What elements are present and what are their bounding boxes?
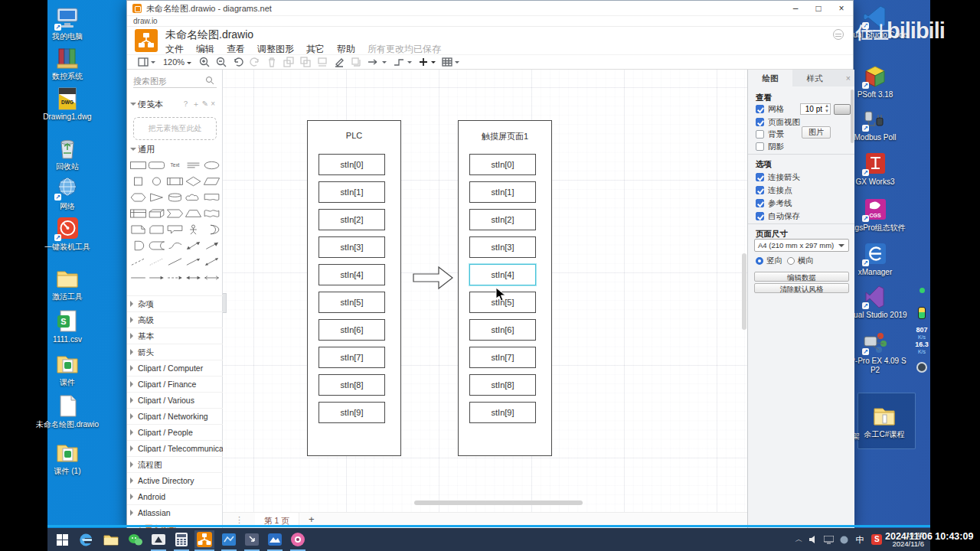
shape-tape[interactable] bbox=[203, 206, 220, 221]
to-front-button[interactable] bbox=[283, 55, 294, 69]
shape-cube[interactable] bbox=[148, 206, 165, 221]
horizontal-scrollbar[interactable] bbox=[414, 500, 583, 505]
taskbar-bluestacks-icon[interactable] bbox=[265, 530, 285, 549]
taskbar-recorder-icon[interactable] bbox=[149, 530, 168, 549]
category-clipart-networking[interactable]: Clipart / Networking bbox=[127, 408, 223, 424]
shape-dashed-line[interactable] bbox=[129, 254, 147, 269]
to-back-button[interactable] bbox=[300, 55, 311, 69]
hmi-item[interactable]: stIn[1] bbox=[469, 181, 536, 203]
connection-style-button[interactable] bbox=[368, 55, 387, 69]
shape-arrow[interactable] bbox=[203, 238, 220, 253]
general-section-header[interactable]: 通用 bbox=[127, 143, 222, 155]
page-view-checkbox[interactable] bbox=[756, 118, 764, 126]
page-view-toggle[interactable]: 页面视图 bbox=[756, 117, 800, 128]
shape-double-arrow[interactable] bbox=[185, 270, 202, 285]
taskbar-explorer-icon[interactable] bbox=[101, 530, 121, 549]
plc-item[interactable]: stIn[5] bbox=[318, 292, 385, 313]
shape-or[interactable] bbox=[203, 222, 220, 237]
shape-rectangle[interactable] bbox=[129, 158, 147, 173]
shape-step[interactable] bbox=[166, 206, 184, 221]
shape-line[interactable] bbox=[166, 254, 184, 269]
zoom-level-dropdown[interactable]: 120% bbox=[163, 57, 191, 67]
hmi-item[interactable]: stIn[7] bbox=[469, 347, 536, 368]
format-panel-scrollbar[interactable] bbox=[851, 90, 854, 143]
background-image-button[interactable]: 图片 bbox=[802, 126, 831, 139]
arrow-shape[interactable] bbox=[413, 266, 454, 290]
plc-item[interactable]: stIn[9] bbox=[318, 402, 385, 423]
shape-ellipse[interactable] bbox=[203, 158, 220, 173]
sogou-input-icon[interactable]: S bbox=[871, 534, 882, 545]
grid-checkbox[interactable] bbox=[756, 105, 764, 113]
taskbar-remote-icon[interactable] bbox=[242, 530, 262, 549]
taskbar-mcgs-icon[interactable] bbox=[219, 530, 239, 549]
connection-arrows-toggle[interactable]: 连接箭头 bbox=[756, 172, 800, 183]
scratchpad-header[interactable]: 便笺本 ？＋✎× bbox=[127, 97, 222, 111]
shadow-checkbox[interactable] bbox=[756, 142, 764, 151]
taskbar-wechat-icon[interactable] bbox=[126, 530, 145, 549]
shape-dotted-line[interactable] bbox=[148, 254, 165, 269]
minimize-button[interactable]: – bbox=[784, 1, 807, 16]
shape-circle[interactable] bbox=[148, 174, 165, 189]
grid-color-swatch[interactable] bbox=[834, 104, 851, 115]
tray-app-icon[interactable] bbox=[840, 536, 848, 544]
desktop-icon-dwg[interactable]: DWG Drawing1.dwg bbox=[31, 86, 104, 122]
category-arrows[interactable]: 箭头 bbox=[127, 344, 223, 360]
grid-size-stepper[interactable]: ▲▼ bbox=[824, 103, 830, 115]
scratchpad-dropzone[interactable]: 把元素拖至此处 bbox=[133, 117, 217, 140]
shape-internal-storage[interactable] bbox=[129, 206, 147, 221]
shape-data-storage[interactable] bbox=[148, 238, 165, 253]
waypoint-style-button[interactable] bbox=[393, 55, 412, 69]
category-clipart-telecom[interactable]: Clipart / Telecommunication bbox=[127, 440, 223, 456]
shape-square[interactable] bbox=[129, 174, 147, 189]
guides-toggle[interactable]: 参考线 bbox=[756, 198, 792, 209]
pages-menu-icon[interactable]: ⋮ bbox=[235, 515, 243, 525]
category-clipart-various[interactable]: Clipart / Various bbox=[127, 392, 223, 408]
desktop-icon-csv[interactable]: S 1111.csv bbox=[31, 309, 104, 344]
hmi-item[interactable]: stIn[3] bbox=[469, 236, 536, 258]
ime-indicator[interactable]: 中 bbox=[855, 534, 864, 546]
hmi-item-selected[interactable]: stIn[4] bbox=[469, 264, 536, 285]
shape-parallelogram[interactable] bbox=[203, 174, 220, 189]
shape-trapezoid[interactable] bbox=[185, 206, 202, 221]
tray-chevron-icon[interactable]: ︿ bbox=[795, 534, 802, 545]
edit-data-button[interactable]: 编辑数据 bbox=[754, 272, 849, 282]
start-button[interactable] bbox=[52, 530, 72, 549]
category-flowchart[interactable]: 流程图 bbox=[127, 456, 223, 472]
shape-diamond[interactable] bbox=[185, 174, 202, 189]
portrait-radio[interactable] bbox=[756, 257, 763, 265]
plc-item[interactable]: stIn[7] bbox=[318, 347, 385, 368]
shape-link[interactable] bbox=[203, 270, 220, 285]
category-basic[interactable]: 基本 bbox=[127, 328, 223, 344]
shape-arrow-line[interactable] bbox=[185, 254, 202, 269]
shape-bidirectional-line[interactable] bbox=[203, 254, 220, 269]
vertical-scrollbar[interactable] bbox=[742, 253, 746, 330]
background-toggle[interactable]: 背景 bbox=[756, 129, 784, 140]
desktop-icon-drawio-file[interactable]: 未命名绘图.drawio bbox=[31, 394, 104, 429]
clear-default-style-button[interactable]: 清除默认风格 bbox=[754, 283, 849, 293]
category-misc[interactable]: 杂项 bbox=[127, 295, 223, 311]
container-plc[interactable]: PLC stIn[0] stIn[1] stIn[2] stIn[3] stIn… bbox=[307, 120, 401, 456]
grid-toggle[interactable]: 网格 bbox=[756, 104, 784, 115]
delete-button[interactable] bbox=[266, 55, 277, 69]
window-titlebar[interactable]: 未命名绘图.drawio - diagrams.net – □ × bbox=[127, 1, 853, 16]
page-size-select[interactable]: A4 (210 mm x 297 mm) bbox=[754, 239, 849, 252]
autosave-checkbox[interactable] bbox=[756, 212, 764, 220]
shape-horizontal-arrow[interactable] bbox=[148, 270, 165, 285]
category-advanced[interactable]: 高级 bbox=[127, 311, 223, 328]
desktop-icon-course-folder[interactable]: 余工C#课程 bbox=[851, 404, 917, 439]
category-active-directory[interactable]: Active Directory bbox=[127, 472, 223, 488]
shape-curve[interactable] bbox=[166, 238, 184, 253]
hmi-item[interactable]: stIn[9] bbox=[469, 402, 536, 423]
connection-points-checkbox[interactable] bbox=[756, 186, 764, 194]
format-panel-close-icon[interactable]: × bbox=[846, 70, 851, 86]
connection-points-toggle[interactable]: 连接点 bbox=[756, 185, 792, 196]
shape-card[interactable] bbox=[148, 222, 165, 237]
shadow-toggle[interactable]: 阴影 bbox=[756, 142, 784, 152]
hmi-item[interactable]: stIn[2] bbox=[469, 209, 536, 230]
shape-search-input[interactable]: 搜索图形 bbox=[133, 74, 217, 88]
connection-arrows-checkbox[interactable] bbox=[756, 173, 764, 181]
category-clipart-finance[interactable]: Clipart / Finance bbox=[127, 376, 223, 392]
add-page-button[interactable]: + bbox=[309, 514, 315, 525]
shape-cloud[interactable] bbox=[185, 190, 202, 205]
background-checkbox[interactable] bbox=[756, 130, 764, 139]
